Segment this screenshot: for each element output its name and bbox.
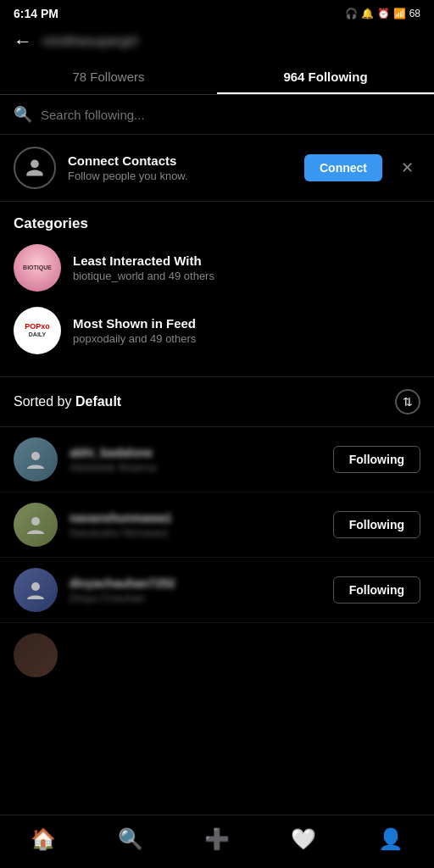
sort-order-button[interactable]: ⇅ (395, 389, 420, 415)
back-button[interactable]: ← (14, 31, 32, 53)
battery-text: 68 (409, 8, 420, 19)
tabs-container: 78 Followers 964 Following (0, 59, 434, 95)
category-desc-most: popxodaily and 49 others (73, 332, 420, 345)
svg-point-2 (31, 582, 40, 591)
connect-title: Connect Contacts (68, 153, 292, 168)
connect-avatar (14, 147, 56, 189)
svg-point-1 (31, 517, 40, 526)
tab-following[interactable]: 964 Following (217, 59, 434, 94)
close-connect-button[interactable]: ✕ (394, 155, 420, 181)
avatar-1 (14, 437, 58, 481)
following-displayname-2: Navanahu Nimawa1 (70, 526, 321, 539)
signal-icon: 📶 (393, 8, 406, 19)
search-icon: 🔍 (14, 105, 32, 124)
avatar-3 (14, 568, 58, 612)
status-time: 6:14 PM (14, 7, 58, 20)
bottom-navigation: 🏠 🔍 ➕ 🤍 👤 (0, 815, 434, 868)
categories-section: Categories BIOTIQUE Least Interacted Wit… (0, 202, 434, 377)
header: ← minithesupergirl (0, 24, 434, 59)
following-username-1: abhi_badalone (70, 446, 321, 459)
search-input[interactable] (41, 108, 420, 122)
sort-value: Default (75, 394, 121, 409)
category-avatar-popxo: POPxo DAILY (14, 307, 61, 354)
tab-followers[interactable]: 78 Followers (0, 59, 217, 94)
status-bar: 6:14 PM 🎧 🔔 ⏰ 📶 68 (0, 0, 434, 24)
following-info-1: abhi_badalone Abhishek Sharma (70, 446, 321, 474)
sort-label: Sorted by Default (14, 394, 121, 409)
nav-profile[interactable]: 👤 (368, 824, 414, 854)
following-button-3[interactable]: Following (333, 576, 420, 604)
following-item-partial (0, 623, 434, 687)
following-info-3: divyachauhan7252 Divya Chauhan (70, 576, 321, 604)
profile-icon: 👤 (378, 827, 403, 851)
following-displayname-1: Abhishek Sharma (70, 461, 321, 474)
nav-home[interactable]: 🏠 (20, 824, 66, 854)
following-list: abhi_badalone Abhishek Sharma Following … (0, 427, 434, 687)
search-bar: 🔍 (0, 95, 434, 135)
sort-row: Sorted by Default ⇅ (0, 377, 434, 427)
nav-create[interactable]: ➕ (194, 824, 240, 854)
avatar-2 (14, 503, 58, 547)
category-item-least-interacted[interactable]: BIOTIQUE Least Interacted With biotique_… (14, 244, 420, 292)
home-icon: 🏠 (31, 827, 56, 851)
nav-likes[interactable]: 🤍 (281, 824, 326, 854)
status-icons: 🎧 🔔 ⏰ 📶 68 (345, 8, 420, 19)
following-item: abhi_badalone Abhishek Sharma Following (0, 427, 434, 492)
create-icon: ➕ (204, 827, 230, 851)
category-item-most-shown[interactable]: POPxo DAILY Most Shown in Feed popxodail… (14, 307, 420, 354)
following-username-3: divyachauhan7252 (70, 576, 321, 590)
following-item: navanshunmawa1 Navanahu Nimawa1 Followin… (0, 492, 434, 558)
following-item: divyachauhan7252 Divya Chauhan Following (0, 558, 434, 623)
category-avatar-biotique: BIOTIQUE (14, 244, 61, 292)
headphone-icon: 🎧 (345, 8, 358, 19)
following-username-2: navanshunmawa1 (70, 511, 321, 525)
category-name-most: Most Shown in Feed (73, 316, 420, 331)
category-info-most: Most Shown in Feed popxodaily and 49 oth… (73, 316, 420, 345)
categories-title: Categories (14, 215, 420, 232)
svg-point-0 (31, 452, 40, 460)
alarm-icon: ⏰ (377, 8, 390, 19)
following-button-2[interactable]: Following (333, 511, 420, 538)
connect-subtitle: Follow people you know. (68, 170, 292, 182)
connect-button[interactable]: Connect (304, 154, 382, 181)
following-displayname-3: Divya Chauhan (70, 592, 321, 604)
avatar-partial (14, 633, 58, 677)
connect-contacts-row: Connect Contacts Follow people you know.… (0, 135, 434, 202)
header-username: minithesupergirl (42, 34, 138, 49)
nav-search[interactable]: 🔍 (108, 824, 153, 854)
following-button-1[interactable]: Following (333, 446, 420, 473)
following-info-2: navanshunmawa1 Navanahu Nimawa1 (70, 511, 321, 539)
search-nav-icon: 🔍 (118, 827, 143, 851)
notification-icon: 🔔 (361, 8, 374, 19)
connect-info: Connect Contacts Follow people you know. (68, 153, 292, 182)
category-name-least: Least Interacted With (73, 253, 420, 268)
category-desc-least: biotique_world and 49 others (73, 270, 420, 282)
heart-icon: 🤍 (291, 827, 316, 851)
category-info-least: Least Interacted With biotique_world and… (73, 253, 420, 282)
